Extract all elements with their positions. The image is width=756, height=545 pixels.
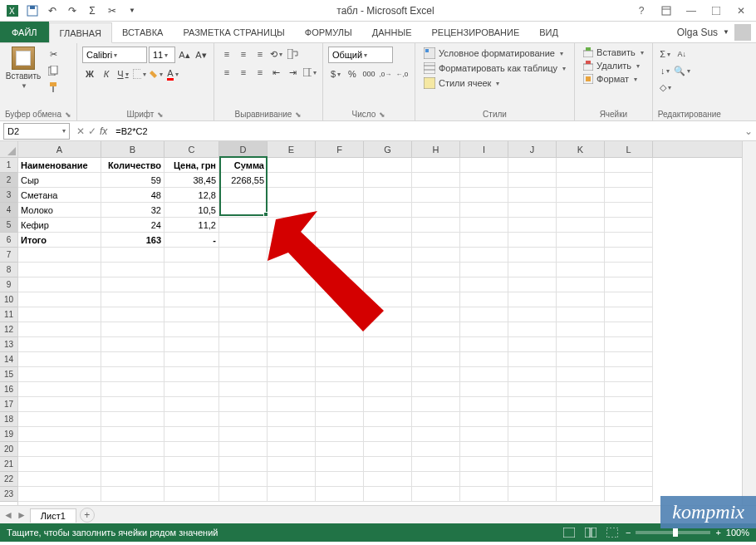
cell[interactable] <box>364 277 412 292</box>
cell[interactable] <box>219 322 268 337</box>
cell[interactable] <box>268 337 316 352</box>
sheet-nav-next-icon[interactable]: ► <box>17 509 27 521</box>
cell[interactable] <box>316 322 364 337</box>
cancel-formula-icon[interactable]: ✕ <box>76 125 85 137</box>
cell[interactable]: Цена, грн <box>164 158 219 173</box>
cell[interactable] <box>508 218 557 233</box>
cell[interactable] <box>412 263 460 277</box>
cell[interactable] <box>268 382 316 397</box>
cell[interactable] <box>364 352 412 367</box>
cell[interactable] <box>18 472 101 487</box>
cell[interactable] <box>605 277 653 292</box>
row-header[interactable]: 4 <box>0 203 17 218</box>
cell[interactable] <box>557 412 605 427</box>
cell[interactable] <box>460 442 508 457</box>
cell[interactable] <box>101 382 164 397</box>
cell[interactable] <box>316 277 364 292</box>
cell[interactable] <box>101 277 164 292</box>
cell[interactable] <box>219 397 268 412</box>
cell[interactable] <box>412 487 460 502</box>
font-color-icon[interactable]: A▾ <box>165 66 180 81</box>
cell[interactable]: Сметана <box>18 188 101 203</box>
wrap-text-icon[interactable] <box>286 47 301 61</box>
cell[interactable] <box>101 307 164 322</box>
column-header[interactable]: E <box>268 141 316 157</box>
row-header[interactable]: 14 <box>0 352 17 367</box>
cell[interactable]: Наименование <box>18 158 101 173</box>
cell[interactable] <box>101 487 164 502</box>
cell[interactable] <box>219 277 268 292</box>
percent-icon[interactable]: % <box>345 66 360 81</box>
paste-button[interactable]: Вставить ▼ <box>5 47 42 90</box>
cell[interactable] <box>364 263 412 277</box>
cell[interactable] <box>508 337 557 352</box>
qat-dropdown-icon[interactable]: ▼ <box>123 2 141 20</box>
cell[interactable] <box>557 307 605 322</box>
row-header[interactable]: 9 <box>0 277 17 292</box>
cell[interactable] <box>364 472 412 487</box>
italic-button[interactable]: К <box>99 66 114 81</box>
redo-icon[interactable]: ↷ <box>63 2 81 20</box>
cell[interactable] <box>268 472 316 487</box>
find-icon[interactable]: 🔍▾ <box>675 63 690 78</box>
cell[interactable]: 10,5 <box>164 203 219 218</box>
cell[interactable] <box>460 218 508 233</box>
cell[interactable] <box>316 457 364 472</box>
cell[interactable] <box>412 352 460 367</box>
column-header[interactable]: D <box>219 141 268 157</box>
cell[interactable] <box>316 263 364 277</box>
cell[interactable] <box>18 352 101 367</box>
cell[interactable] <box>412 277 460 292</box>
row-header[interactable]: 21 <box>0 457 17 472</box>
cell[interactable] <box>268 457 316 472</box>
cell[interactable] <box>557 203 605 218</box>
sort-filter-icon[interactable]: A↓ <box>675 47 690 61</box>
cell[interactable] <box>316 382 364 397</box>
format-cells-button[interactable]: Формат▾ <box>580 73 641 85</box>
column-header[interactable]: J <box>508 141 557 157</box>
cell[interactable]: 59 <box>101 173 164 188</box>
cell[interactable] <box>508 292 557 307</box>
font-size-select[interactable]: 11▾ <box>149 47 175 63</box>
cell[interactable] <box>557 248 605 263</box>
cell[interactable] <box>557 292 605 307</box>
cell[interactable] <box>164 472 219 487</box>
cell[interactable] <box>364 442 412 457</box>
cell[interactable] <box>412 158 460 173</box>
cell[interactable] <box>508 248 557 263</box>
row-header[interactable]: 8 <box>0 263 17 277</box>
cell[interactable] <box>18 442 101 457</box>
row-header[interactable]: 19 <box>0 427 17 442</box>
cell[interactable] <box>219 307 268 322</box>
cell[interactable] <box>508 427 557 442</box>
cell[interactable] <box>460 352 508 367</box>
cell[interactable]: 163 <box>101 233 164 248</box>
cell[interactable] <box>412 307 460 322</box>
row-header[interactable]: 6 <box>0 233 17 248</box>
cell[interactable] <box>412 472 460 487</box>
row-header[interactable]: 3 <box>0 188 17 203</box>
fill-icon[interactable]: ↓▾ <box>658 63 673 78</box>
cell[interactable] <box>164 457 219 472</box>
cell[interactable] <box>101 248 164 263</box>
cell[interactable] <box>364 173 412 188</box>
cell[interactable] <box>605 487 653 502</box>
cell[interactable] <box>219 367 268 382</box>
tab-home[interactable]: ГЛАВНАЯ <box>49 22 112 43</box>
cell[interactable] <box>219 457 268 472</box>
cell[interactable] <box>557 173 605 188</box>
cell[interactable] <box>605 382 653 397</box>
cell[interactable] <box>460 158 508 173</box>
cell[interactable] <box>508 352 557 367</box>
row-header[interactable]: 10 <box>0 292 17 307</box>
cell[interactable] <box>268 412 316 427</box>
tab-data[interactable]: ДАННЫЕ <box>362 22 422 42</box>
cell[interactable] <box>101 352 164 367</box>
cell[interactable] <box>219 218 268 233</box>
cell[interactable] <box>557 158 605 173</box>
cell[interactable] <box>605 427 653 442</box>
cell[interactable] <box>605 457 653 472</box>
tab-file[interactable]: ФАЙЛ <box>0 22 49 42</box>
cell[interactable] <box>508 203 557 218</box>
align-top-icon[interactable]: ≡ <box>219 47 234 61</box>
